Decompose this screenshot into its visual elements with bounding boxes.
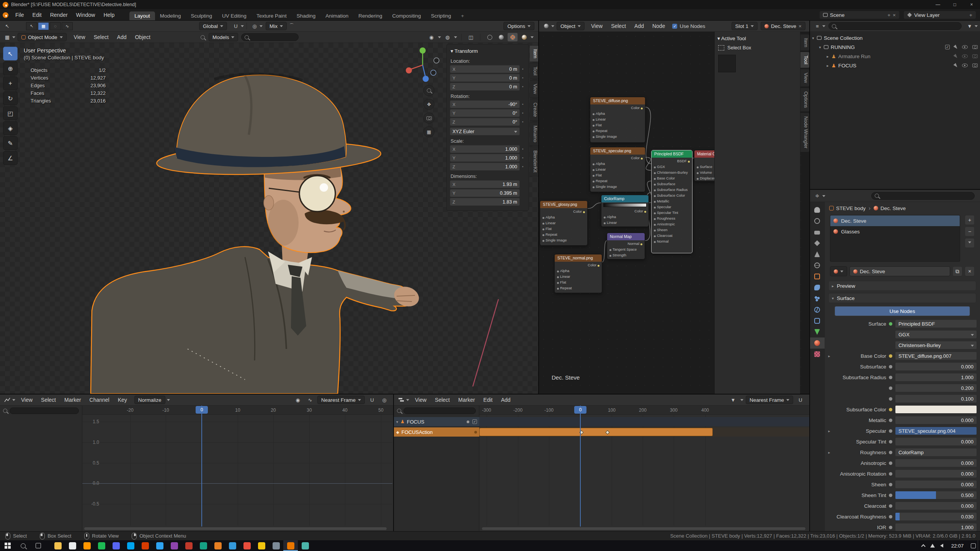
surface-panel-header[interactable]: ▾Surface — [828, 293, 976, 303]
properties-tab[interactable] — [810, 271, 825, 282]
browse-material-button[interactable] — [830, 266, 847, 276]
show-desktop-button[interactable] — [978, 540, 980, 551]
property-value-field[interactable]: Christensen-Burley — [895, 341, 977, 349]
taskbar-app-icon[interactable] — [240, 540, 254, 551]
blenderkit-search-input[interactable] — [241, 33, 299, 41]
shader-type-dropdown[interactable]: Object — [557, 22, 585, 30]
property-value-field[interactable]: 0.030 — [895, 512, 977, 521]
menu-item[interactable]: Marker — [454, 395, 479, 406]
taskbar-app-icon[interactable] — [254, 540, 269, 551]
node-socket-row[interactable]: Linear — [557, 274, 600, 280]
move-tool[interactable]: + — [3, 77, 18, 90]
view-layer-selector[interactable]: View Layer + — [903, 11, 976, 19]
menu-item[interactable]: Select — [37, 395, 60, 406]
property-value-field[interactable]: 1.000 — [895, 523, 977, 531]
solo-dot-icon[interactable] — [467, 421, 469, 423]
node-socket-row[interactable]: Subsurface Radius — [653, 187, 690, 193]
start-button[interactable] — [0, 540, 15, 551]
filter-caret-icon[interactable] — [740, 399, 743, 403]
camera-view-button[interactable] — [423, 112, 434, 124]
menu-item[interactable]: Marker — [60, 395, 85, 406]
node-socket-row[interactable]: Specular Tint — [653, 210, 690, 216]
socket-icon[interactable] — [889, 504, 892, 508]
proportional-dropdown-icon[interactable] — [260, 25, 263, 29]
menu-item[interactable]: Key — [114, 395, 131, 406]
sidebar-tab[interactable]: BlenderKit — [530, 147, 538, 176]
property-value-field[interactable]: 0.200 — [895, 384, 977, 392]
property-value-field[interactable]: 0.000 — [895, 502, 977, 510]
node-image-texture[interactable]: STEVE_specular.png ColorAlphaLinearFlatR… — [590, 147, 645, 192]
scale-field[interactable]: Z1.000 — [450, 163, 520, 171]
exclude-checkbox[interactable]: ✓ — [945, 45, 950, 49]
active-tool-panel-header[interactable]: ▾ Active Tool — [717, 34, 797, 43]
editor-type-caret-icon[interactable] — [822, 195, 825, 199]
active-tool-icon[interactable]: ↖ — [2, 22, 12, 30]
node-socket-row[interactable]: Color — [592, 156, 643, 161]
shading-caret-icon[interactable] — [531, 36, 534, 40]
node-socket-row[interactable]: Flat — [557, 280, 600, 286]
nla-track-focusaction[interactable]: ◆ FOCUSAction — [394, 427, 479, 437]
graph-channel-panel[interactable] — [0, 406, 82, 531]
properties-search-input[interactable] — [871, 192, 975, 200]
menu-item[interactable]: View — [587, 21, 607, 32]
hide-eye-icon[interactable] — [962, 54, 968, 58]
node-colorramp[interactable]: ColorRamp ColorAlphaLinearFac — [601, 195, 649, 227]
filter-icon[interactable]: ▼ — [965, 22, 975, 30]
sidebar-tab[interactable]: View — [800, 69, 809, 87]
properties-tab[interactable] — [810, 227, 825, 238]
normalize-button[interactable]: Normalize — [134, 396, 165, 404]
expand-icon[interactable]: ▾ — [810, 36, 816, 40]
expand-icon[interactable]: ▸ — [826, 429, 832, 433]
lock-icon[interactable]: • — [520, 67, 526, 71]
lock-icon[interactable]: • — [520, 85, 526, 89]
property-value-field[interactable]: 0.000 — [895, 416, 977, 424]
rotation-mode-dropdown[interactable]: XYZ Euler — [450, 127, 520, 135]
property-value-field[interactable]: 0.000 — [895, 469, 977, 478]
editor-type-caret-icon[interactable] — [406, 399, 409, 403]
menu-item[interactable]: Object — [131, 32, 154, 43]
dimension-field[interactable]: Z1.83 m — [450, 198, 520, 206]
remove-slot-button[interactable]: − — [965, 227, 975, 236]
copy-material-button[interactable]: ⧉ — [952, 266, 962, 276]
node-socket-row[interactable]: Flat — [542, 227, 585, 232]
taskbar-app-icon[interactable] — [269, 540, 283, 551]
node-socket-row[interactable]: Normal — [609, 241, 643, 247]
app-menu-icon[interactable] — [3, 12, 8, 18]
task-view-icon[interactable] — [31, 540, 46, 551]
volume-icon[interactable] — [937, 540, 946, 551]
node-socket-row[interactable]: BSDF — [653, 159, 690, 165]
add-workspace-button[interactable]: + — [456, 11, 469, 20]
network-icon[interactable] — [928, 540, 937, 551]
sidebar-tab[interactable]: Create — [530, 99, 538, 121]
keyframe-diamond[interactable] — [605, 430, 609, 434]
viewport-canvas[interactable]: ↖ ⊕ + ↻ ◰ ◈ ✎ ∠ User Perspective (0) Sce… — [0, 43, 538, 394]
node-socket-row[interactable]: Clearcoat — [653, 233, 690, 239]
tray-expand-icon[interactable] — [919, 540, 928, 551]
measure-tool[interactable]: ∠ — [3, 151, 18, 165]
taskbar-app-icon[interactable] — [283, 540, 298, 551]
node-image-texture[interactable]: STEVE_normal.png ColorAlphaLinearFlatRep… — [554, 254, 602, 293]
node-socket-row[interactable]: Subsurface Color — [653, 193, 690, 199]
display-mode-caret-icon[interactable] — [822, 25, 825, 29]
annotate-tool[interactable]: ✎ — [3, 136, 18, 150]
editor-type-caret-icon[interactable] — [12, 399, 15, 403]
workspace-tab[interactable]: Layout — [129, 11, 155, 20]
node-socket-row[interactable]: Linear — [603, 220, 647, 226]
node-image-texture[interactable]: STEVE_glossy.png ColorAlphaLinearFlatRep… — [540, 201, 588, 246]
node-socket-row[interactable]: Alpha — [557, 269, 600, 274]
sidebar-tab[interactable]: Tool — [530, 63, 538, 79]
taskbar-app-icon[interactable] — [80, 540, 94, 551]
properties-tab[interactable] — [810, 326, 825, 337]
orientation-dropdown[interactable]: Global — [199, 22, 227, 30]
maximize-button[interactable]: □ — [946, 0, 963, 9]
pin-dot-icon[interactable] — [474, 431, 477, 434]
shading-material-icon[interactable] — [508, 33, 518, 41]
mute-checkbox[interactable]: ✓ — [472, 419, 477, 424]
lock-icon[interactable]: • — [520, 156, 526, 160]
workspace-tab[interactable]: Modeling — [155, 11, 186, 20]
nla-track-lane[interactable] — [479, 417, 809, 426]
property-value-field[interactable]: 0.100 — [895, 395, 977, 403]
render-camera-icon[interactable] — [972, 64, 978, 67]
taskbar-app-icon[interactable] — [167, 540, 181, 551]
taskbar-app-icon[interactable] — [152, 540, 167, 551]
